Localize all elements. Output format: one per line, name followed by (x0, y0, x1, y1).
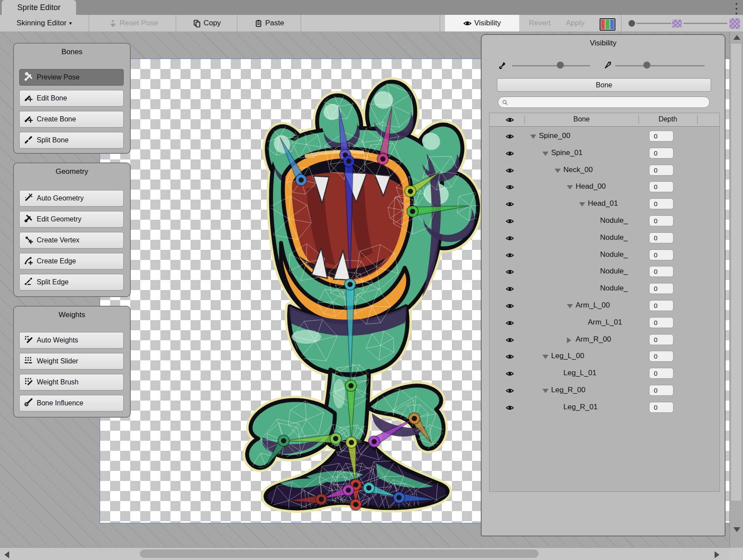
depth-input[interactable] (649, 215, 674, 226)
depth-input[interactable] (649, 198, 674, 209)
skinning-editor-dropdown[interactable]: Skinning Editor ▾ (3, 15, 85, 31)
tool-button[interactable]: Bone Influence (19, 395, 124, 411)
scroll-down-arrow-icon[interactable] (733, 527, 740, 532)
foldout-triangle-icon[interactable] (567, 304, 573, 308)
tool-button[interactable]: Split Edge (19, 274, 124, 290)
kebab-menu-icon[interactable] (733, 2, 740, 15)
bone-row[interactable]: Arm_R_00 (490, 332, 719, 349)
foldout-triangle-icon[interactable] (555, 169, 561, 173)
depth-input[interactable] (649, 165, 674, 176)
revert-button[interactable]: Revert (524, 15, 555, 31)
visibility-eye-toggle[interactable] (506, 268, 514, 276)
depth-input[interactable] (649, 402, 674, 413)
visibility-eye-toggle[interactable] (506, 353, 514, 361)
bone-row[interactable]: Nodule_ (490, 263, 719, 280)
visibility-toggle-button[interactable]: Visibility (445, 15, 519, 31)
tool-button[interactable]: Create Bone (19, 111, 124, 128)
tool-button[interactable]: Edit Geometry (19, 211, 124, 228)
depth-input[interactable] (649, 334, 674, 345)
bone-row[interactable]: Leg_L_01 (490, 365, 719, 382)
visibility-eye-toggle[interactable] (506, 370, 514, 378)
bone-row[interactable]: Head_00 (490, 179, 719, 196)
scroll-right-arrow-icon[interactable] (715, 551, 719, 558)
horizontal-scrollbar-thumb[interactable] (140, 550, 538, 558)
depth-input[interactable] (649, 300, 674, 311)
scroll-up-arrow-icon[interactable] (733, 35, 740, 40)
visibility-eye-toggle[interactable] (506, 200, 514, 208)
alpha-slider-thumb[interactable] (628, 20, 635, 27)
bone-search-input[interactable] (498, 97, 710, 108)
visibility-eye-toggle[interactable] (506, 404, 514, 412)
bone-name: Nodule_ (600, 216, 628, 225)
visibility-eye-toggle[interactable] (506, 319, 514, 327)
tool-button[interactable]: Create Vertex (19, 232, 124, 249)
depth-input[interactable] (649, 368, 674, 379)
bone-row[interactable]: Nodule_ (490, 213, 719, 230)
sprite-editor-tab[interactable]: Sprite Editor (2, 0, 76, 15)
bone-row[interactable]: Spine_00 (490, 128, 719, 145)
tool-button[interactable]: Weight Slider (19, 353, 124, 370)
vertical-scrollbar-thumb[interactable] (731, 44, 741, 501)
bone-row[interactable]: Spine_01 (490, 145, 719, 162)
visibility-eye-toggle[interactable] (506, 217, 514, 225)
rgb-channels-icon[interactable] (600, 18, 615, 31)
bone-row[interactable]: Leg_L_00 (490, 348, 719, 365)
visibility-eye-toggle[interactable] (506, 149, 514, 158)
tool-button[interactable]: Create Edge (19, 253, 124, 270)
depth-input[interactable] (649, 385, 674, 396)
depth-input[interactable] (649, 317, 674, 328)
visibility-eye-toggle[interactable] (506, 132, 514, 141)
foldout-triangle-icon[interactable] (542, 152, 549, 156)
foldout-triangle-icon[interactable] (542, 389, 549, 393)
tool-icon (24, 72, 33, 83)
mesh-opacity-slider[interactable] (643, 62, 650, 69)
foldout-triangle-icon[interactable] (579, 202, 585, 207)
tool-button[interactable]: Auto Weights (19, 332, 124, 349)
depth-input[interactable] (649, 351, 674, 362)
visibility-eye-toggle[interactable] (506, 387, 514, 395)
tool-button[interactable]: Split Bone (19, 132, 124, 149)
visibility-eye-toggle[interactable] (506, 183, 514, 191)
depth-input[interactable] (649, 266, 674, 277)
visibility-eye-toggle[interactable] (506, 302, 514, 310)
bone-tab[interactable]: Bone (497, 78, 711, 92)
bone-row[interactable]: Leg_R_01 (490, 399, 719, 416)
bone-row[interactable]: Nodule_ (490, 230, 719, 247)
visibility-eye-toggle[interactable] (506, 251, 514, 259)
bone-row[interactable]: Nodule_ (490, 247, 719, 264)
foldout-triangle-icon[interactable] (542, 355, 549, 359)
reset-pose-button[interactable]: Reset Pose (98, 15, 168, 31)
bone-row[interactable]: Leg_R_00 (490, 382, 719, 399)
depth-input[interactable] (649, 232, 674, 243)
bone-row[interactable]: Neck_00 (490, 162, 719, 179)
tool-button[interactable]: Auto Geometry (19, 190, 124, 207)
vertical-scrollbar[interactable] (729, 31, 743, 548)
bone-opacity-slider[interactable] (557, 62, 564, 69)
tool-button[interactable]: Edit Bone (19, 90, 124, 107)
scroll-left-arrow-icon[interactable] (4, 551, 9, 558)
depth-input[interactable] (649, 181, 674, 192)
depth-input[interactable] (649, 148, 674, 159)
bone-name: Leg_R_01 (563, 403, 597, 411)
bone-row[interactable]: Nodule_ (490, 280, 719, 297)
foldout-triangle-icon[interactable] (530, 135, 536, 139)
visibility-eye-toggle[interactable] (506, 285, 514, 293)
tool-button[interactable]: Preview Pose (19, 69, 124, 86)
foldout-triangle-icon[interactable] (567, 185, 573, 190)
bone-row[interactable]: Arm_L_01 (490, 315, 719, 332)
tool-button[interactable]: Weight Brush (19, 374, 124, 391)
bone-row[interactable]: Arm_L_00 (490, 297, 719, 315)
visibility-eye-toggle[interactable] (506, 234, 514, 242)
horizontal-scrollbar[interactable] (0, 547, 731, 560)
apply-button[interactable]: Apply (561, 15, 589, 31)
depth-input[interactable] (649, 283, 674, 294)
paste-button[interactable]: Paste (247, 15, 291, 31)
visibility-eye-toggle[interactable] (506, 166, 514, 175)
depth-input[interactable] (649, 131, 674, 142)
depth-input[interactable] (649, 249, 674, 260)
bone-rows: Spine_00 Spine_01 Neck (490, 128, 719, 416)
visibility-eye-toggle[interactable] (506, 336, 514, 344)
foldout-triangle-icon[interactable] (567, 337, 571, 343)
bone-row[interactable]: Head_01 (490, 196, 719, 213)
copy-button[interactable]: Copy (186, 15, 228, 31)
